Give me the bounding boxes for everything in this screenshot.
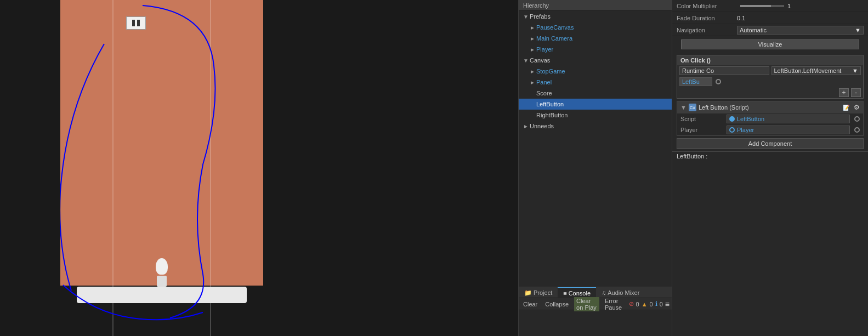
label-score: Score: [536, 90, 552, 96]
script-label: Script: [680, 116, 724, 122]
hierarchy-item-pausecanvas[interactable]: ► PauseCanvas: [519, 22, 672, 33]
onclick-entry-row: LeftBu: [677, 76, 863, 87]
label-prefabs: Prefabs: [530, 13, 551, 20]
hierarchy-item-player[interactable]: ► Player: [519, 44, 672, 55]
tab-project[interactable]: 📁 Project: [519, 287, 558, 298]
hierarchy-item-rightbutton[interactable]: RightButton: [519, 110, 672, 121]
fade-duration-row: Fade Duration 0.1: [672, 12, 868, 24]
error-count: 0: [636, 301, 639, 307]
arrow-unneeds: ►: [523, 123, 530, 129]
color-multiplier-slider[interactable]: [740, 5, 784, 7]
info-count: 0: [660, 301, 663, 307]
player-label: Player: [680, 127, 724, 133]
warning-icon: ▲: [642, 301, 648, 307]
pause-bar-right: [137, 20, 140, 26]
arrow-stopgame: ►: [530, 69, 536, 75]
script-value-field[interactable]: LeftButton: [727, 115, 850, 123]
color-multiplier-value: 1: [787, 3, 864, 9]
game-canvas: [60, 0, 263, 336]
onclick-footer: + -: [677, 87, 863, 98]
label-unneeds: Unneeds: [530, 123, 554, 129]
hierarchy-item-stopgame[interactable]: ► StopGame: [519, 66, 672, 77]
hierarchy-item-unneeds[interactable]: ► Unneeds: [519, 121, 672, 132]
hierarchy-item-leftbutton[interactable]: LeftButton: [519, 99, 672, 110]
label-canvas: Canvas: [530, 57, 550, 64]
hierarchy-bottom: 📁 Project ≡ Console ♫ Audio Mixer Clear …: [519, 287, 672, 336]
add-onclick-button[interactable]: +: [839, 88, 849, 97]
canvas-divider-right: [210, 0, 211, 336]
component-title: Left Button (Script): [699, 104, 841, 111]
hierarchy-item-prefabs[interactable]: ▼ Prefabs: [519, 11, 672, 22]
label-stopgame: StopGame: [536, 68, 565, 75]
player-row: Player Player: [677, 124, 863, 135]
fade-duration-value: 0.1: [737, 15, 864, 21]
arrow-canvas: ▼: [523, 58, 530, 64]
hierarchy-item-score[interactable]: Score: [519, 88, 672, 99]
status-icons: ⊘ 0 ▲ 0 ℹ 0 ≡: [629, 300, 670, 309]
onclick-runtime-row: Runtime Co LeftButton.LeftMovement ▼: [677, 65, 863, 76]
collapse-btn[interactable]: Collapse: [543, 300, 571, 308]
runtime-label: Runtime Co: [682, 67, 714, 74]
error-icon: ⊘: [629, 300, 634, 307]
menu-icon[interactable]: ≡: [665, 300, 670, 309]
hierarchy-item-canvas[interactable]: ▼ Canvas: [519, 55, 672, 66]
slider-fill: [740, 5, 771, 7]
label-leftbutton: LeftButton: [536, 101, 564, 107]
fade-duration-label: Fade Duration: [677, 15, 737, 21]
inspector-panel: Color Multiplier 1 Fade Duration 0.1 Nav…: [672, 0, 868, 336]
pause-button[interactable]: [126, 16, 146, 30]
platform: [77, 287, 247, 303]
script-value: LeftButton: [737, 116, 764, 122]
info-icon: ℹ: [655, 300, 657, 307]
navigation-value: Automatic: [740, 27, 767, 33]
script-row: Script LeftButton: [677, 113, 863, 124]
player-character: [156, 258, 168, 287]
player-circle-icon: [854, 127, 860, 133]
function-dropdown[interactable]: LeftButton.LeftMovement ▼: [771, 66, 861, 75]
component-fold-arrow-icon: ▼: [680, 104, 687, 111]
component-settings-icon[interactable]: ⚙: [854, 104, 860, 111]
visualize-row: Visualize: [672, 36, 868, 53]
label-pausecanvas: PauseCanvas: [536, 24, 574, 31]
script-component: ▼ C# Left Button (Script) 📝 ⚙ Script Lef…: [677, 101, 864, 136]
arrow-panel: ►: [530, 79, 536, 86]
target-circle-icon: [716, 79, 721, 84]
onclick-section: On Click () Runtime Co LeftButton.LeftMo…: [677, 55, 864, 99]
object-field[interactable]: LeftBu: [679, 77, 712, 86]
leftbutton-tag: LeftButton :: [672, 151, 868, 161]
script-file-icon: [729, 116, 735, 122]
arrow-pausecanvas: ►: [530, 25, 536, 31]
error-pause-btn[interactable]: Error Pause: [603, 297, 626, 311]
player-target-icon: [729, 127, 735, 133]
pause-bar-left: [132, 20, 135, 26]
label-rightbutton: RightButton: [536, 112, 568, 118]
dropdown-arrow-icon: ▼: [855, 27, 861, 33]
onclick-header: On Click (): [677, 55, 863, 65]
clear-btn[interactable]: Clear: [521, 300, 540, 308]
clear-on-play-btn[interactable]: Clear on Play: [574, 297, 599, 311]
runtime-dropdown[interactable]: Runtime Co: [679, 66, 769, 75]
inspector-scroll[interactable]: Color Multiplier 1 Fade Duration 0.1 Nav…: [672, 0, 868, 336]
game-view: [0, 0, 518, 336]
add-component-button[interactable]: Add Component: [677, 138, 864, 149]
player-body: [157, 276, 167, 287]
console-toolbar: Clear Collapse Clear on Play Error Pause…: [519, 298, 672, 310]
visualize-button[interactable]: Visualize: [681, 39, 859, 49]
canvas-divider-left: [112, 0, 114, 336]
navigation-dropdown[interactable]: Automatic ▼: [737, 26, 864, 35]
obj-field-value: LeftBu: [682, 78, 700, 85]
script-target-icon: [854, 116, 860, 122]
color-multiplier-row: Color Multiplier 1: [672, 0, 868, 12]
label-maincamera: Main Camera: [536, 35, 572, 42]
color-multiplier-label: Color Multiplier: [677, 3, 737, 9]
function-value: LeftButton.LeftMovement: [774, 67, 842, 74]
hierarchy-item-maincamera[interactable]: ► Main Camera: [519, 33, 672, 44]
hierarchy-panel: Hierarchy ▼ Prefabs ► PauseCanvas ► Main…: [518, 0, 672, 336]
hierarchy-title: Hierarchy: [523, 2, 549, 9]
hierarchy-item-panel[interactable]: ► Panel: [519, 77, 672, 88]
player-value-field[interactable]: Player: [727, 126, 850, 134]
label-player: Player: [536, 46, 553, 53]
arrow-prefabs: ▼: [523, 14, 530, 20]
arrow-player: ►: [530, 47, 536, 53]
remove-onclick-button[interactable]: -: [851, 88, 861, 97]
